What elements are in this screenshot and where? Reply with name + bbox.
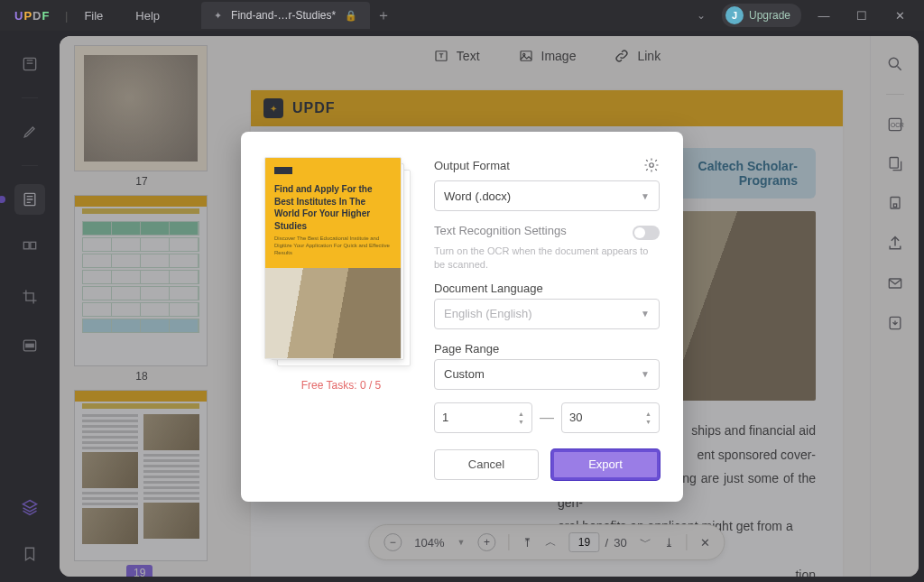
titlebar: UPDF | File Help ✦ Find-and-…r-Studies* … bbox=[0, 0, 924, 31]
close-button[interactable]: ✕ bbox=[884, 5, 915, 26]
dash-icon: — bbox=[540, 410, 554, 426]
tab-title: Find-and-…r-Studies* bbox=[231, 9, 336, 22]
lock-icon: 🔒 bbox=[345, 10, 357, 22]
maximize-button[interactable]: ☐ bbox=[846, 5, 877, 26]
spin-down-icon[interactable]: ▼ bbox=[645, 419, 651, 425]
chevron-down-icon[interactable]: ⌄ bbox=[688, 9, 715, 22]
language-label: Document Language bbox=[434, 282, 660, 295]
cancel-button[interactable]: Cancel bbox=[434, 449, 539, 480]
export-dialog: Find and Apply For the Best Institutes I… bbox=[241, 132, 683, 502]
minimize-button[interactable]: — bbox=[808, 5, 839, 26]
spin-down-icon[interactable]: ▼ bbox=[518, 419, 524, 425]
ocr-label: Text Recognition Settings bbox=[434, 224, 567, 237]
spin-up-icon[interactable]: ▲ bbox=[518, 411, 524, 417]
preview-subtitle: Discover The Best Educational Institute … bbox=[274, 236, 392, 256]
chevron-down-icon: ▼ bbox=[641, 191, 650, 201]
output-format-label: Output Format bbox=[434, 159, 510, 172]
menu-file[interactable]: File bbox=[68, 9, 119, 23]
avatar: J bbox=[725, 6, 744, 24]
ocr-toggle[interactable] bbox=[633, 226, 660, 240]
svg-point-17 bbox=[650, 163, 654, 168]
new-tab-button[interactable]: ＋ bbox=[370, 6, 397, 25]
menu-help[interactable]: Help bbox=[119, 9, 176, 23]
page-range-select[interactable]: Custom▼ bbox=[434, 359, 660, 390]
free-tasks-counter: Free Tasks: 0 / 5 bbox=[264, 379, 418, 392]
chevron-down-icon: ▼ bbox=[641, 309, 650, 319]
chevron-down-icon: ▼ bbox=[641, 369, 650, 379]
range-to-input[interactable]: 30▲▼ bbox=[561, 402, 660, 433]
page-range-label: Page Range bbox=[434, 342, 660, 356]
export-preview: Find and Apply For the Best Institutes I… bbox=[264, 157, 411, 366]
modal-overlay: Find and Apply For the Best Institutes I… bbox=[0, 31, 924, 582]
export-button[interactable]: Export bbox=[551, 449, 660, 480]
document-tab[interactable]: ✦ Find-and-…r-Studies* 🔒 bbox=[201, 2, 370, 29]
output-format-select[interactable]: Word (.docx)▼ bbox=[434, 180, 660, 211]
language-select[interactable]: English (English)▼ bbox=[434, 299, 660, 329]
spin-up-icon[interactable]: ▲ bbox=[645, 411, 651, 417]
app-logo: UPDF bbox=[0, 9, 65, 23]
ocr-hint: Turn on the OCR when the document appear… bbox=[434, 245, 660, 273]
range-from-input[interactable]: 1▲▼ bbox=[434, 402, 532, 433]
upgrade-label: Upgrade bbox=[749, 9, 790, 22]
upgrade-button[interactable]: J Upgrade bbox=[722, 4, 801, 27]
star-icon: ✦ bbox=[214, 10, 222, 22]
gear-icon[interactable] bbox=[643, 157, 660, 173]
preview-headline: Find and Apply For the Best Institutes I… bbox=[274, 183, 392, 232]
